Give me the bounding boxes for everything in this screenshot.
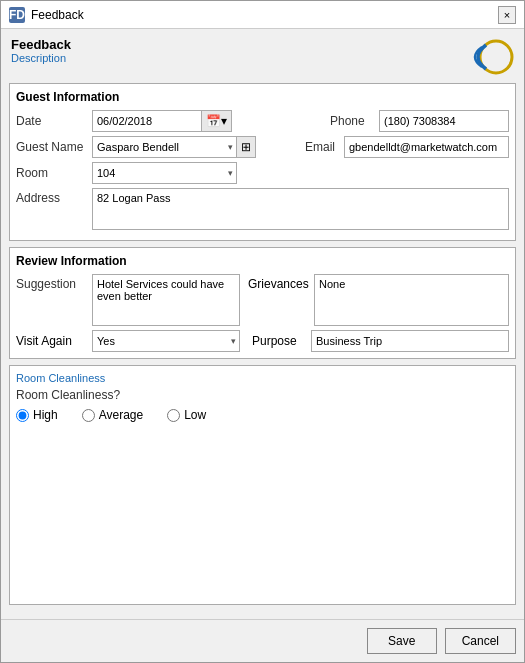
email-input[interactable]	[344, 136, 509, 158]
room-label: Room	[16, 166, 88, 180]
grievances-textarea[interactable]: None	[314, 274, 509, 326]
radio-low-item[interactable]: Low	[167, 408, 206, 422]
guest-name-grid-button[interactable]: ⊞	[237, 136, 256, 158]
form-subtitle: Description	[11, 52, 71, 64]
visit-again-select-wrapper: Yes No ▾	[92, 330, 240, 352]
address-textarea[interactable]: 82 Logan Pass	[92, 188, 509, 230]
room-row: Room 104 ▾	[16, 162, 509, 184]
purpose-input[interactable]	[311, 330, 509, 352]
guest-name-select-wrapper: Gasparo Bendell ▾	[92, 136, 237, 158]
radio-high[interactable]	[16, 409, 29, 422]
suggestion-textarea[interactable]: Hotel Services could have even better	[92, 274, 240, 326]
room-cleanliness-section: Room Cleanliness Room Cleanliness? High …	[9, 365, 516, 605]
window-title: Feedback	[31, 8, 84, 22]
room-select[interactable]: 104	[92, 162, 237, 184]
guest-name-email-row: Guest Name Gasparo Bendell ▾ ⊞ Email	[16, 136, 509, 158]
visit-purpose-row: Visit Again Yes No ▾ Purpose	[16, 330, 509, 352]
radio-high-label: High	[33, 408, 58, 422]
radio-high-item[interactable]: High	[16, 408, 58, 422]
radio-low-label: Low	[184, 408, 206, 422]
guest-information-section: Guest Information Date 📅▾ Phone Guest Na…	[9, 83, 516, 241]
suggestion-label: Suggestion	[16, 277, 88, 291]
radio-options-row: High Average Low	[16, 408, 509, 422]
window-icon: FD	[9, 7, 25, 23]
guest-name-select[interactable]: Gasparo Bendell	[92, 136, 237, 158]
radio-average-label: Average	[99, 408, 143, 422]
radio-average-item[interactable]: Average	[82, 408, 143, 422]
guest-name-label: Guest Name	[16, 140, 88, 154]
date-phone-row: Date 📅▾ Phone	[16, 110, 509, 132]
date-input-group: 📅▾	[92, 110, 232, 132]
visit-again-label: Visit Again	[16, 334, 88, 348]
room-cleanliness-question: Room Cleanliness?	[16, 388, 509, 402]
visit-again-select[interactable]: Yes No	[92, 330, 240, 352]
guest-section-title: Guest Information	[16, 90, 509, 104]
calendar-button[interactable]: 📅▾	[202, 110, 232, 132]
grid-icon: ⊞	[241, 140, 251, 154]
calendar-icon: 📅▾	[206, 114, 227, 128]
grievances-label: Grievances	[248, 277, 310, 291]
guest-name-input-group: Gasparo Bendell ▾ ⊞	[92, 136, 256, 158]
review-information-section: Review Information Suggestion Hotel Serv…	[9, 247, 516, 359]
room-cleanliness-title: Room Cleanliness	[16, 372, 509, 384]
cancel-button[interactable]: Cancel	[445, 628, 516, 654]
email-label: Email	[305, 140, 340, 154]
title-bar: FD Feedback ×	[1, 1, 524, 29]
purpose-label: Purpose	[252, 334, 307, 348]
suggestion-grievances-row: Suggestion Hotel Services could have eve…	[16, 274, 509, 326]
phone-input[interactable]	[379, 110, 509, 132]
form-header: Feedback Description	[9, 37, 516, 77]
review-section-title: Review Information	[16, 254, 509, 268]
feedback-window: FD Feedback × Feedback Description Guest…	[0, 0, 525, 663]
address-label: Address	[16, 191, 88, 205]
footer: Save Cancel	[1, 619, 524, 662]
close-button[interactable]: ×	[498, 6, 516, 24]
form-title: Feedback	[11, 37, 71, 52]
phone-label: Phone	[330, 114, 375, 128]
radio-low[interactable]	[167, 409, 180, 422]
date-input[interactable]	[92, 110, 202, 132]
window-content: Feedback Description Guest Information D…	[1, 29, 524, 619]
company-logo	[466, 37, 514, 77]
save-button[interactable]: Save	[367, 628, 437, 654]
date-label: Date	[16, 114, 88, 128]
radio-average[interactable]	[82, 409, 95, 422]
address-row: Address 82 Logan Pass	[16, 188, 509, 230]
room-select-wrapper: 104 ▾	[92, 162, 237, 184]
